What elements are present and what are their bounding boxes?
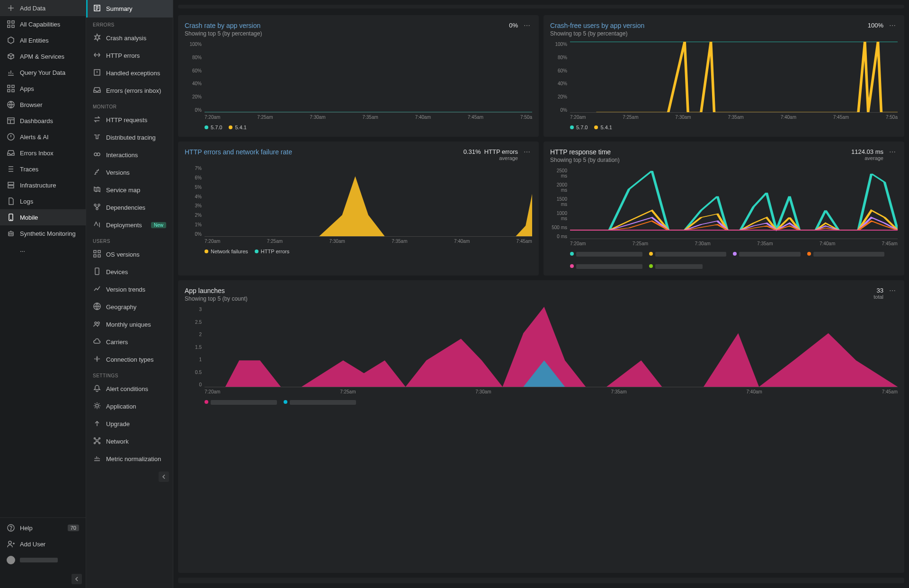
- subnav-version-trends[interactable]: Version trends: [86, 281, 173, 298]
- panel-stat: 1124.03 ms average: [851, 148, 883, 161]
- subnav-upgrade[interactable]: Upgrade: [86, 415, 173, 433]
- subnav-service-map[interactable]: Service map: [86, 181, 173, 199]
- more-menu-button[interactable]: ⋯: [887, 148, 898, 156]
- section-heading: USERS: [86, 234, 173, 246]
- more-menu-button[interactable]: ⋯: [522, 148, 532, 156]
- nav-logs[interactable]: Logs: [0, 193, 86, 209]
- legend-item[interactable]: 5.7.0: [570, 125, 588, 130]
- swap-icon: [93, 115, 101, 124]
- y-axis: 2500 ms2000 ms1500 ms1000 ms500 ms0 ms: [550, 168, 570, 239]
- subnav-crash-analysis[interactable]: Crash analysis: [86, 29, 173, 47]
- subnav-handled-exceptions[interactable]: Handled exceptions: [86, 64, 173, 82]
- collapse-sidebar1-button[interactable]: [71, 574, 82, 584]
- metric-icon: [93, 454, 101, 463]
- chart-icon: [7, 68, 15, 77]
- chart-plot[interactable]: [205, 166, 532, 237]
- subnav-monthly-uniques[interactable]: Monthly uniques: [86, 316, 173, 333]
- inter-icon: [93, 150, 101, 159]
- panel-subtitle: Showing top 5 (by count): [185, 295, 248, 302]
- nav-synthetic[interactable]: Synthetic Monitoring: [0, 225, 86, 241]
- legend-item[interactable]: [284, 399, 356, 405]
- subnav-summary[interactable]: Summary: [86, 0, 173, 18]
- svg-rect-32: [95, 268, 99, 275]
- subnav-devices[interactable]: Devices: [86, 263, 173, 281]
- collapse-sidebar2-button[interactable]: [159, 472, 169, 482]
- trace-icon: [93, 133, 101, 141]
- chart-plot[interactable]: [570, 168, 898, 239]
- nav-browser[interactable]: Browser: [0, 97, 86, 113]
- subnav-label: Deployments: [106, 222, 142, 229]
- subnav-network[interactable]: Network: [86, 433, 173, 450]
- nav-apm[interactable]: APM & Services: [0, 48, 86, 64]
- nav-mobile[interactable]: Mobile: [0, 209, 86, 225]
- svg-point-26: [98, 204, 100, 206]
- legend-item[interactable]: [205, 399, 277, 405]
- subnav-deployments[interactable]: DeploymentsNew: [86, 216, 173, 234]
- subnav-label: Carriers: [106, 339, 128, 346]
- subnav-interactions[interactable]: Interactions: [86, 146, 173, 164]
- subnav-http-errors[interactable]: HTTP errors: [86, 47, 173, 64]
- panel-title[interactable]: Crash-free users by app version: [550, 22, 644, 29]
- chart-plot[interactable]: [570, 42, 898, 113]
- more-menu-button[interactable]: ⋯: [522, 22, 532, 29]
- legend-item[interactable]: [733, 251, 801, 257]
- legend-item[interactable]: 5.4.1: [594, 125, 612, 130]
- nav-all-capabilities[interactable]: All Capabilities: [0, 16, 86, 32]
- chart-plot[interactable]: [205, 307, 898, 387]
- y-axis: 100%80%60%40%20%0%: [185, 42, 205, 113]
- list-icon: [7, 165, 15, 173]
- legend: 5.7.05.4.1: [550, 125, 898, 130]
- add-user-icon: [7, 540, 15, 548]
- legend-item[interactable]: [570, 263, 642, 269]
- nav-alerts[interactable]: Alerts & AI: [0, 129, 86, 145]
- subnav-application[interactable]: Application: [86, 398, 173, 415]
- legend-item[interactable]: [570, 251, 642, 257]
- nav-apps[interactable]: Apps: [0, 80, 86, 97]
- nav-label: Synthetic Monitoring: [20, 230, 76, 237]
- subnav-connection-types[interactable]: Connection types: [86, 351, 173, 368]
- help-link[interactable]: Help 70: [0, 520, 86, 536]
- subnav-errors-inbox2[interactable]: Errors (errors inbox): [86, 82, 173, 99]
- map-icon: [93, 185, 101, 194]
- nav-add-data[interactable]: Add Data: [0, 0, 86, 16]
- legend-item[interactable]: [807, 251, 884, 257]
- subnav-versions[interactable]: Versions: [86, 164, 173, 181]
- user-profile[interactable]: [0, 552, 86, 568]
- subnav-distributed-tracing[interactable]: Distributed tracing: [86, 129, 173, 146]
- grid-icon: [7, 84, 15, 93]
- svg-rect-7: [12, 89, 14, 92]
- add-user-link[interactable]: Add User: [0, 536, 86, 552]
- nav-dashboards[interactable]: Dashboards: [0, 113, 86, 129]
- legend-item[interactable]: HTTP errors: [255, 249, 289, 254]
- subnav-http-requests[interactable]: HTTP requests: [86, 111, 173, 129]
- chart-plot[interactable]: [205, 42, 532, 113]
- subnav-dependencies[interactable]: Dependencies: [86, 199, 173, 216]
- subnav-geography[interactable]: Geography: [86, 298, 173, 316]
- subnav-label: HTTP errors: [106, 52, 140, 59]
- doc-icon: [7, 197, 15, 205]
- subnav-alert-conditions[interactable]: Alert conditions: [86, 380, 173, 398]
- subnav-carriers[interactable]: Carriers: [86, 333, 173, 351]
- legend-item[interactable]: Network failures: [205, 249, 248, 254]
- panel-title[interactable]: HTTP errors and network failure rate: [185, 148, 292, 156]
- legend-item[interactable]: 5.7.0: [205, 125, 222, 130]
- more-menu-button[interactable]: ⋯: [887, 287, 898, 294]
- legend-item[interactable]: [649, 263, 703, 269]
- nav-traces[interactable]: Traces: [0, 161, 86, 177]
- nav-query[interactable]: Query Your Data: [0, 64, 86, 80]
- more-menu-button[interactable]: ⋯: [887, 22, 898, 29]
- subnav-os-versions[interactable]: OS versions: [86, 246, 173, 263]
- legend-item[interactable]: [649, 251, 726, 257]
- nav-all-entities[interactable]: All Entities: [0, 32, 86, 48]
- nav-more[interactable]: ...: [0, 241, 86, 258]
- nav-errors-inbox[interactable]: Errors Inbox: [0, 145, 86, 161]
- nav-infrastructure[interactable]: Infrastructure: [0, 177, 86, 193]
- ver-icon: [93, 168, 101, 176]
- y-axis: 100%80%60%40%20%0%: [550, 42, 570, 113]
- legend-item[interactable]: 5.4.1: [229, 125, 246, 130]
- grid-icon: [7, 20, 15, 28]
- panel-stat: 0%: [509, 22, 518, 29]
- legend: [185, 399, 898, 405]
- panel-title[interactable]: Crash rate by app version: [185, 22, 262, 29]
- subnav-metric-norm[interactable]: Metric normalization: [86, 450, 173, 468]
